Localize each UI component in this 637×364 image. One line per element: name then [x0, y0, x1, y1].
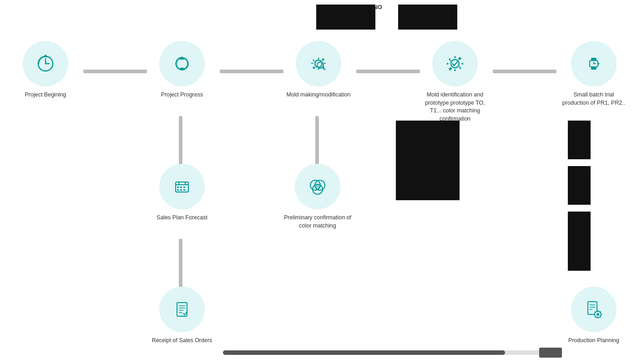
- svg-rect-31: [183, 189, 185, 191]
- project-progress-icon: [159, 41, 205, 86]
- node-mold-identification[interactable]: Mold identification and prototype protot…: [410, 41, 500, 123]
- svg-point-5: [170, 51, 194, 76]
- redacted-mid-1: [396, 121, 460, 200]
- redacted-right-top: [568, 121, 591, 159]
- node-small-batch[interactable]: Small batch trial production of PR1, PR2…: [553, 41, 635, 107]
- svg-line-56: [600, 312, 601, 313]
- connector-h-4: [493, 70, 556, 73]
- sales-plan-icon: [159, 164, 205, 209]
- sales-plan-label: Sales Plan Forecast: [157, 214, 207, 222]
- svg-point-21: [170, 174, 194, 199]
- redacted-right-mid: [568, 166, 591, 205]
- svg-point-9: [315, 60, 322, 67]
- svg-line-55: [600, 317, 601, 318]
- production-planning-icon: [571, 287, 617, 332]
- production-planning-label: Production Planning: [568, 337, 619, 345]
- small-batch-label: Small batch trial production of PR1, PR2…: [560, 91, 628, 107]
- receipt-orders-icon: [159, 287, 205, 332]
- project-beginning-icon: [23, 41, 68, 86]
- svg-rect-19: [591, 67, 597, 70]
- scrollbar-track[interactable]: [223, 350, 551, 355]
- connector-h-1: [83, 70, 147, 73]
- svg-point-36: [315, 184, 320, 189]
- small-batch-icon: [571, 41, 617, 86]
- node-project-beginning[interactable]: Project Begining: [9, 41, 82, 99]
- scrollbar-right-btn[interactable]: [539, 348, 562, 358]
- mold-making-icon: [296, 41, 341, 86]
- color-matching-label: Preliminary confirmation of color matchi…: [283, 214, 352, 230]
- mold-identification-label: Mold identification and prototype protot…: [421, 91, 489, 123]
- svg-point-37: [170, 297, 194, 322]
- connector-h-2: [220, 70, 283, 73]
- svg-rect-30: [180, 189, 182, 191]
- scrollbar-thumb[interactable]: [223, 350, 505, 355]
- svg-line-54: [595, 312, 596, 313]
- node-color-matching[interactable]: Preliminary confirmation of color matchi…: [281, 164, 354, 230]
- node-receipt-orders[interactable]: Receipt of Sales Orders: [146, 287, 218, 345]
- mold-making-label: Mold making/modification: [286, 91, 350, 99]
- svg-rect-26: [177, 187, 179, 188]
- connector-v-1: [179, 116, 182, 168]
- svg-rect-27: [180, 187, 182, 188]
- color-matching-icon: [295, 164, 340, 209]
- svg-rect-28: [183, 187, 185, 188]
- svg-point-49: [597, 313, 599, 316]
- svg-line-57: [595, 317, 596, 318]
- mold-identification-icon: [432, 41, 478, 86]
- redacted-right-bot: [568, 212, 591, 271]
- redacted-box-top-left: [316, 5, 375, 30]
- node-production-planning[interactable]: Production Planning: [553, 287, 635, 345]
- project-progress-label: Project Progress: [161, 91, 203, 99]
- node-project-progress[interactable]: Project Progress: [146, 41, 218, 99]
- connector-v-2: [315, 116, 319, 168]
- svg-rect-29: [177, 189, 179, 191]
- svg-rect-18: [591, 58, 597, 61]
- node-sales-plan[interactable]: Sales Plan Forecast: [146, 164, 218, 222]
- svg-point-43: [581, 297, 606, 322]
- svg-rect-20: [597, 63, 599, 65]
- receipt-orders-label: Receipt of Sales Orders: [152, 337, 212, 345]
- redacted-box-top-right: [398, 5, 457, 30]
- project-beginning-label: Project Begining: [25, 91, 66, 99]
- flow-container: NO Project Begining: [0, 0, 637, 364]
- connector-v-3: [179, 239, 182, 291]
- node-mold-making[interactable]: Mold making/modification: [282, 41, 355, 99]
